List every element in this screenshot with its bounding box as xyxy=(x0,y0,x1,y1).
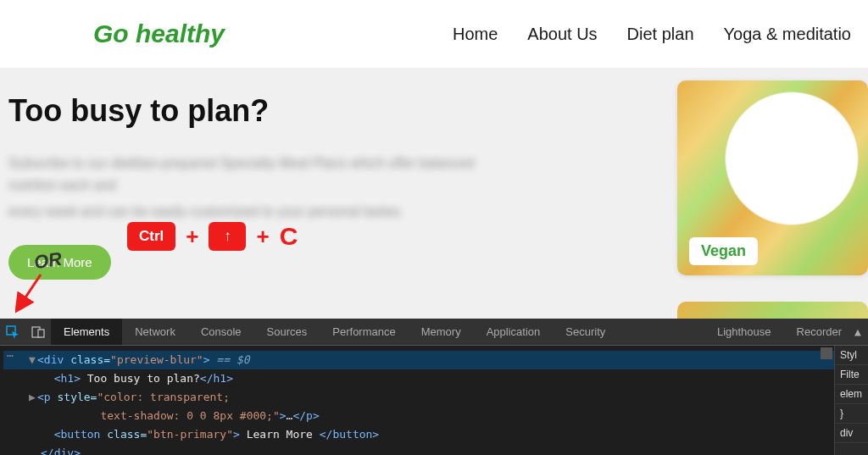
keycap-c: C xyxy=(280,222,298,251)
device-toolbar-icon[interactable] xyxy=(25,319,51,345)
styles-tab[interactable]: Styl xyxy=(835,346,868,365)
devtools-panel: Elements Network Console Sources Perform… xyxy=(0,319,868,455)
tab-elements[interactable]: Elements xyxy=(51,319,122,345)
tab-performance[interactable]: Performance xyxy=(320,319,408,345)
nav-link-about[interactable]: About Us xyxy=(527,25,597,44)
nav-link-home[interactable]: Home xyxy=(453,25,498,44)
dom-line-p-style2[interactable]: text-shadow: 0 0 8px #000;">…</p> xyxy=(3,407,834,425)
tab-network[interactable]: Network xyxy=(122,319,188,345)
tab-sources[interactable]: Sources xyxy=(254,319,320,345)
tab-security[interactable]: Security xyxy=(553,319,618,345)
tab-lighthouse[interactable]: Lighthouse xyxy=(704,319,784,345)
scrollbar-up-icon[interactable] xyxy=(821,347,832,359)
keycap-ctrl: Ctrl xyxy=(127,222,175,251)
annotation-arrow xyxy=(15,271,49,314)
devtools-tabbar: Elements Network Console Sources Perform… xyxy=(0,319,868,346)
dom-line-div-close[interactable]: </div> xyxy=(3,444,834,455)
keycap-shift: ↑ xyxy=(209,222,246,251)
styles-pane[interactable]: Styl Filte elem } div xyxy=(834,346,868,455)
food-card-vegan[interactable]: Vegan xyxy=(677,80,868,275)
tab-application[interactable]: Application xyxy=(474,319,554,345)
experiments-icon[interactable]: ▲ xyxy=(854,319,868,345)
styles-brace: } xyxy=(835,404,868,424)
hero-blur-line-1: Subscribe to our dietitian-prepared Spec… xyxy=(8,153,517,196)
styles-rule: elem xyxy=(835,385,868,404)
dom-overflow-indicator: ⋯ xyxy=(7,349,15,362)
or-label: OR xyxy=(32,248,63,274)
plus-sign-2: + xyxy=(256,224,269,250)
hero-section: Too busy to plan? Subscribe to our dieti… xyxy=(0,68,868,319)
nav-link-diet[interactable]: Diet plan xyxy=(627,25,694,44)
tab-console[interactable]: Console xyxy=(188,319,254,345)
devtools-body: ⋯ ▼<div class="preview-blur"> == $0 <h1>… xyxy=(0,346,868,455)
inspect-element-icon[interactable] xyxy=(0,319,25,345)
plus-sign-1: + xyxy=(186,224,198,250)
tab-recorder[interactable]: Recorder xyxy=(784,319,854,345)
dom-tree-pane[interactable]: ⋯ ▼<div class="preview-blur"> == $0 <h1>… xyxy=(0,346,834,455)
shortcut-annotation: Ctrl + ↑ + C xyxy=(127,222,298,251)
styles-filter[interactable]: Filte xyxy=(835,365,868,385)
dom-line-button[interactable]: <button class="btn-primary"> Learn More … xyxy=(3,425,834,444)
dom-line-p-open[interactable]: ▶<p style="color: transparent; xyxy=(3,388,834,407)
nav-link-yoga[interactable]: Yoga & meditatio xyxy=(724,25,851,44)
primary-nav: Home About Us Diet plan Yoga & meditatio xyxy=(453,25,851,44)
vegan-chip: Vegan xyxy=(689,237,758,265)
dom-line-div-open[interactable]: ▼<div class="preview-blur"> == $0 xyxy=(3,351,834,369)
styles-breadcrumb[interactable]: div xyxy=(835,424,868,443)
site-header: Go healthy Home About Us Diet plan Yoga … xyxy=(0,0,868,68)
dom-line-h1[interactable]: <h1> Too busy to plan?</h1> xyxy=(3,369,834,388)
svg-rect-2 xyxy=(38,330,44,337)
hero-blur-line-2: every week and can be easily customized … xyxy=(8,201,517,223)
tab-memory[interactable]: Memory xyxy=(409,319,474,345)
site-logo[interactable]: Go healthy xyxy=(93,19,225,48)
